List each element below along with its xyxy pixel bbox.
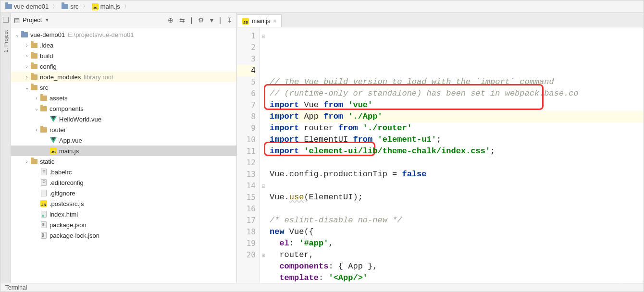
code-line[interactable]: template: '<App/>' — [270, 272, 644, 283]
fold-marker[interactable] — [260, 134, 267, 146]
tree-item[interactable]: ›index.html — [11, 209, 236, 219]
fold-marker[interactable] — [260, 192, 267, 203]
code-editor[interactable]: 1234567891011121314151617181920 ⊟⊟⊞ // T… — [237, 27, 644, 283]
code-line[interactable]: el: '#app', — [270, 238, 644, 249]
tree-item-label: .babelrc — [50, 169, 72, 176]
fold-marker[interactable]: ⊟ — [260, 180, 267, 192]
tree-item[interactable]: ⌄vue-demo01E:\projects\vue-demo01 — [11, 29, 236, 40]
code-line[interactable]: Vue.use(ElementUI); — [270, 192, 644, 203]
panel-tool-button[interactable]: ⊕ — [168, 16, 173, 24]
tree-expand-icon[interactable]: ⌄ — [24, 85, 30, 90]
tree-item-hint: E:\projects\vue-demo01 — [68, 31, 134, 38]
code-line[interactable]: Vue.config.productionTip = false — [270, 169, 644, 180]
fold-marker[interactable] — [260, 203, 267, 215]
code-line[interactable]: import App from './App' — [270, 111, 644, 122]
tree-item[interactable]: ›JSmain.js — [11, 146, 236, 156]
fold-marker[interactable] — [260, 99, 267, 111]
tree-expand-icon[interactable]: › — [24, 53, 30, 59]
tree-item[interactable]: ›build — [11, 50, 236, 61]
code-line[interactable]: // The Vue build version to load with th… — [270, 76, 644, 88]
code-line[interactable]: router, — [270, 249, 644, 261]
breadcrumb-item[interactable]: src — [59, 3, 81, 10]
tree-item[interactable]: ›node_moduleslibrary root — [11, 72, 236, 82]
panel-tool-button[interactable]: ⇆ — [179, 16, 185, 24]
line-number: 12 — [237, 157, 256, 169]
code-line[interactable]: import 'element-ui/lib/theme-chalk/index… — [270, 146, 644, 157]
editor-tab-main-js[interactable]: JS main.js × — [237, 14, 282, 27]
tree-item[interactable]: ›.babelrc — [11, 167, 236, 177]
breadcrumb-item[interactable]: vue-demo01 — [2, 3, 51, 10]
tree-expand-icon[interactable]: › — [33, 96, 40, 101]
tree-item-label: node_modules — [40, 73, 81, 81]
code-line[interactable]: /* eslint-disable no-new */ — [270, 215, 644, 226]
tree-expand-icon[interactable]: › — [33, 127, 40, 133]
fold-marker[interactable] — [260, 157, 267, 169]
code-line[interactable] — [270, 157, 644, 169]
fold-marker[interactable] — [260, 42, 267, 53]
tree-expand-icon[interactable]: › — [24, 43, 30, 48]
project-tree[interactable]: ⌄vue-demo01E:\projects\vue-demo01›.idea›… — [11, 27, 236, 283]
tree-item[interactable]: ›config — [11, 61, 236, 72]
tree-item-label: components — [50, 105, 84, 112]
panel-tool-button[interactable]: ↧ — [227, 16, 233, 24]
project-panel-dropdown-icon[interactable]: ▼ — [45, 18, 49, 23]
fold-marker[interactable] — [260, 65, 267, 76]
tree-expand-icon[interactable]: › — [24, 74, 30, 80]
tree-expand-icon[interactable]: › — [24, 64, 30, 69]
tree-expand-icon[interactable]: ⌄ — [33, 106, 40, 111]
fold-marker[interactable] — [260, 88, 267, 99]
tree-item[interactable]: ›JS.postcssrc.js — [11, 198, 236, 209]
fold-marker[interactable] — [260, 169, 267, 180]
code-line[interactable]: // (runtime-only or standalone) has been… — [270, 88, 644, 99]
line-number: 16 — [237, 203, 256, 215]
terminal-tab[interactable]: Terminal — [5, 284, 27, 291]
fold-marker[interactable] — [260, 76, 267, 88]
tree-item[interactable]: ›package.json — [11, 219, 236, 230]
tree-item[interactable]: ⌄components — [11, 103, 236, 114]
tree-item[interactable]: ⌄src — [11, 82, 236, 93]
tab-close-icon[interactable]: × — [273, 18, 276, 24]
tree-item[interactable]: ›static — [11, 156, 236, 167]
fold-marker[interactable] — [260, 122, 267, 134]
panel-tool-button[interactable]: ▾ — [210, 16, 213, 24]
fold-marker[interactable] — [260, 111, 267, 122]
tree-expand-icon[interactable]: › — [24, 159, 30, 164]
rail-project-tab[interactable]: 1: Project — [2, 28, 10, 54]
tree-item[interactable]: ›.idea — [11, 40, 236, 50]
code-content[interactable]: // The Vue build version to load with th… — [267, 27, 644, 283]
breadcrumb-separator-icon: 〉 — [51, 3, 59, 10]
tree-item-label: package-lock.json — [50, 232, 99, 239]
tree-item[interactable]: ›package-lock.json — [11, 230, 236, 241]
breadcrumb-item[interactable]: JSmain.js — [89, 3, 123, 10]
fold-marker[interactable] — [260, 215, 267, 226]
code-line[interactable] — [270, 203, 644, 215]
panel-tool-button[interactable]: ⚙ — [198, 16, 204, 24]
code-line[interactable]: new Vue({ — [270, 226, 644, 238]
code-line[interactable]: components: { App }, — [270, 261, 644, 272]
tree-item[interactable]: ›.gitignore — [11, 188, 236, 198]
code-line[interactable]: import ElementUI from 'element-ui'; — [270, 134, 644, 146]
vue-icon — [50, 137, 57, 143]
tree-item[interactable]: ›App.vue — [11, 135, 236, 146]
code-line[interactable]: import Vue from 'vue' — [270, 99, 644, 111]
line-number: 1 — [237, 30, 256, 42]
code-line[interactable]: import router from './router' — [270, 122, 644, 134]
fold-marker[interactable] — [260, 238, 267, 249]
tree-item[interactable]: ›HelloWorld.vue — [11, 114, 236, 124]
fold-marker[interactable]: ⊟ — [260, 30, 267, 42]
tree-item[interactable]: ›.editorconfig — [11, 177, 236, 188]
folder-blue-icon — [21, 32, 28, 37]
tree-expand-icon[interactable]: ⌄ — [14, 32, 21, 37]
fold-marker[interactable] — [260, 226, 267, 238]
code-line[interactable] — [270, 180, 644, 192]
tree-item[interactable]: ›router — [11, 124, 236, 135]
tree-item[interactable]: ›assets — [11, 93, 236, 103]
rail-minimize-icon[interactable] — [3, 17, 9, 23]
line-number: 17 — [237, 215, 256, 226]
fold-marker[interactable] — [260, 53, 267, 65]
fold-marker[interactable] — [260, 146, 267, 157]
vue-icon — [50, 116, 57, 122]
tree-item-label: .gitignore — [50, 190, 75, 197]
fold-column[interactable]: ⊟⊟⊞ — [260, 27, 267, 283]
fold-marker[interactable]: ⊞ — [260, 249, 267, 261]
